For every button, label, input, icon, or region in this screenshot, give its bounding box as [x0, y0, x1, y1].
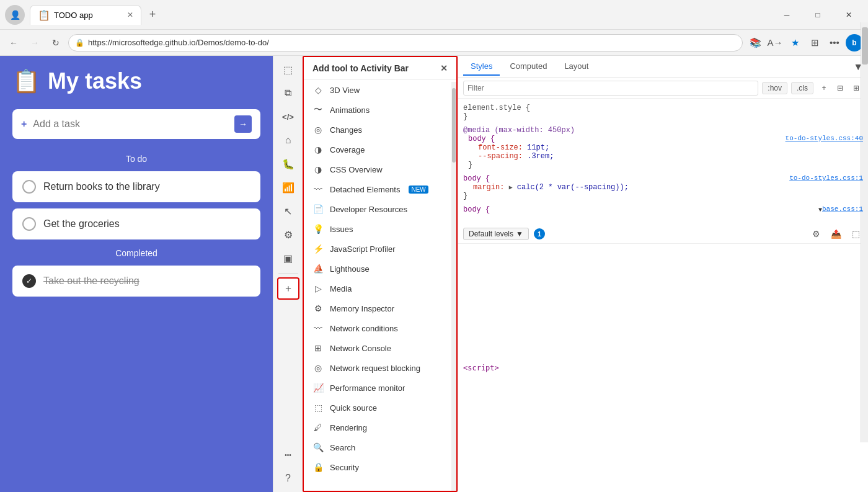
tool-item-css-overview[interactable]: ◑ CSS Overview: [304, 159, 456, 179]
body-selector-2: body {: [463, 205, 490, 214]
device-emulation-icon[interactable]: ⧉: [277, 82, 299, 104]
default-levels-button[interactable]: Default levels ▼: [463, 228, 529, 240]
more-tools-icon[interactable]: •••: [826, 34, 843, 51]
tool-item-performance-monitor[interactable]: 📈 Performance monitor: [304, 378, 456, 398]
new-tab-button[interactable]: +: [144, 6, 161, 24]
task-checkbox-return-books[interactable]: [22, 180, 36, 194]
lighthouse-icon: ⛵: [312, 263, 324, 274]
add-tool-close-button[interactable]: ✕: [440, 63, 448, 73]
tool-item-developer-resources[interactable]: 📄 Developer Resources: [304, 199, 456, 219]
todo-title: My tasks: [48, 68, 142, 94]
tool-item-search[interactable]: 🔍 Search: [304, 437, 456, 457]
add-task-bar[interactable]: + →: [12, 109, 260, 139]
calc-triangle[interactable]: ▶: [509, 184, 513, 191]
collections-icon[interactable]: 📚: [746, 34, 764, 51]
application-icon[interactable]: ▣: [277, 247, 299, 269]
back-button[interactable]: ←: [5, 34, 22, 51]
title-bar: 👤 📋 TODO app ✕ + ─ □ ✕: [0, 0, 868, 30]
console-content: <script>: [458, 244, 868, 492]
add-task-submit-button[interactable]: →: [234, 115, 252, 133]
performance-icon[interactable]: ↖: [277, 200, 299, 222]
network-console-icon: ⊞: [312, 342, 324, 354]
tool-label-security: Security: [330, 463, 359, 472]
margin-prop: margin:: [473, 183, 504, 192]
tool-item-memory-inspector[interactable]: ⚙ Memory Inspector: [304, 298, 456, 318]
profile-icon[interactable]: 👤: [5, 5, 25, 25]
console-settings-icon[interactable]: ⚙: [808, 226, 823, 241]
rendering-icon: 🖊: [312, 422, 324, 433]
tab-styles[interactable]: Styles: [463, 58, 500, 76]
source-link-body2[interactable]: base.css:1: [822, 205, 863, 213]
tab-strip: 📋 TODO app ✕ +: [30, 5, 768, 25]
add-tool-button[interactable]: ＋: [277, 277, 299, 300]
tool-item-media[interactable]: ▷ Media: [304, 279, 456, 298]
default-levels-arrow: ▼: [516, 230, 523, 238]
close-button[interactable]: ✕: [835, 5, 863, 25]
tool-item-lighthouse[interactable]: ⛵ Lighthouse: [304, 259, 456, 279]
task-item-recycling[interactable]: ✓ Take out the recycling: [12, 266, 260, 297]
scrollbar-thumb-right[interactable]: [862, 56, 868, 65]
tool-item-3d-view[interactable]: ◇ 3D View: [304, 80, 456, 100]
task-checkbox-groceries[interactable]: [22, 217, 36, 231]
tool-item-js-profiler[interactable]: ⚡ JavaScript Profiler: [304, 239, 456, 259]
tool-item-coverage[interactable]: ◑ Coverage: [304, 140, 456, 159]
network-icon[interactable]: 📶: [277, 176, 299, 199]
new-rule-icon[interactable]: +: [817, 81, 831, 95]
task-item-return-books[interactable]: Return books to the library: [12, 171, 260, 202]
tool-item-rendering[interactable]: 🖊 Rendering: [304, 418, 456, 437]
active-tab[interactable]: 📋 TODO app ✕: [30, 5, 141, 25]
add-tool-title: Add tool to Activity Bar: [312, 63, 409, 73]
inspect-icon[interactable]: ⬚: [277, 58, 299, 81]
console-error-badge: 1: [534, 228, 545, 239]
todo-app-icon: 📋: [12, 68, 40, 94]
media-query: @media (max-width: 450px): [463, 126, 575, 135]
quick-source-icon: ⬚: [312, 402, 324, 413]
tab-computed[interactable]: Computed: [502, 58, 554, 76]
save-log-icon[interactable]: 📤: [828, 226, 843, 241]
spacing-prop: --spacing:: [478, 152, 523, 161]
more-options-icon[interactable]: •••: [277, 444, 299, 466]
memory-icon[interactable]: ⚙: [277, 223, 299, 246]
tool-label-js-profiler: JavaScript Profiler: [330, 244, 395, 254]
maximize-button[interactable]: □: [804, 5, 832, 25]
tool-item-changes[interactable]: ◎ Changes: [304, 120, 456, 140]
source-link-body1[interactable]: to-do-styles.css:1: [789, 174, 863, 182]
new-badge: NEW: [409, 186, 428, 194]
body-rule-1: body { to-do-styles.css:1 margin: ▶ calc…: [463, 174, 863, 200]
styles-filter-input[interactable]: [463, 81, 758, 96]
scrollbar-thumb[interactable]: [452, 88, 456, 163]
read-aloud-icon[interactable]: A→: [766, 34, 784, 51]
refresh-button[interactable]: ↻: [47, 34, 64, 51]
computed-styles-icon[interactable]: ⊟: [833, 81, 847, 95]
source-link-media[interactable]: to-do-styles.css:40: [786, 135, 863, 142]
tool-label-memory-inspector: Memory Inspector: [330, 304, 394, 313]
forward-button[interactable]: →: [26, 34, 43, 51]
css-property-margin: margin: ▶ calc(2 * var(--spacing));: [463, 183, 863, 192]
cls-filter-button[interactable]: .cls: [791, 82, 813, 94]
elements-icon[interactable]: </>: [277, 105, 299, 128]
hover-filter-button[interactable]: :hov: [762, 82, 787, 94]
split-screen-icon[interactable]: ⊞: [806, 34, 823, 51]
tab-layout[interactable]: Layout: [557, 58, 596, 76]
address-bar[interactable]: 🔒 https://microsoftedge.github.io/Demos/…: [68, 34, 743, 51]
tool-item-network-conditions[interactable]: 〰 Network conditions: [304, 318, 456, 338]
tool-item-quick-source[interactable]: ⬚ Quick source: [304, 398, 456, 418]
debugger-icon[interactable]: 🐛: [277, 153, 299, 175]
tool-item-network-request-blocking[interactable]: ◎ Network request blocking: [304, 358, 456, 378]
home-icon[interactable]: ⌂: [277, 129, 299, 151]
styles-filter-icons: + ⊟ ⊞: [817, 81, 863, 95]
help-icon[interactable]: ?: [277, 467, 299, 490]
tool-item-detached-elements[interactable]: 〰 Detached Elements NEW: [304, 179, 456, 199]
tool-item-issues[interactable]: 💡 Issues: [304, 219, 456, 239]
task-item-groceries[interactable]: Get the groceries: [12, 208, 260, 239]
task-checkbox-recycling[interactable]: ✓: [22, 274, 36, 288]
add-task-input[interactable]: [33, 119, 228, 130]
tool-item-animations[interactable]: 〜 Animations: [304, 100, 456, 120]
scrollbar-track: [451, 82, 456, 491]
favorites-icon[interactable]: ★: [786, 34, 804, 51]
tab-close-button[interactable]: ✕: [127, 11, 133, 19]
tool-item-network-console[interactable]: ⊞ Network Console: [304, 338, 456, 358]
body-expand-arrow[interactable]: ▼: [818, 207, 822, 213]
tool-item-security[interactable]: 🔒 Security: [304, 457, 456, 477]
minimize-button[interactable]: ─: [773, 5, 801, 25]
